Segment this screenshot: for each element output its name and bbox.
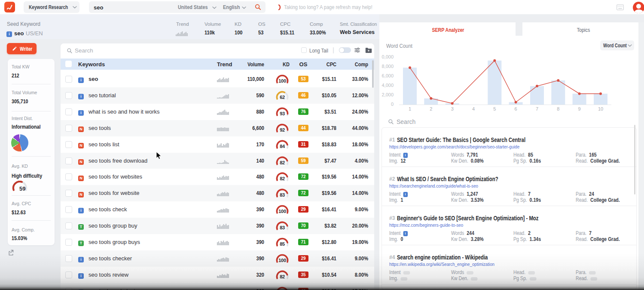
svg-text:6,000: 6,000: [382, 73, 394, 78]
svg-text:2,000: 2,000: [382, 92, 394, 97]
svg-text:1: 1: [409, 106, 411, 111]
svg-text:8: 8: [557, 106, 559, 111]
svg-text:3: 3: [451, 106, 454, 111]
svg-text:6: 6: [515, 106, 517, 111]
svg-text:9: 9: [578, 106, 581, 111]
svg-text:0: 0: [391, 102, 394, 107]
svg-text:5: 5: [493, 106, 496, 111]
svg-text:4: 4: [472, 106, 475, 111]
svg-text:2: 2: [430, 106, 432, 111]
svg-text:10: 10: [598, 106, 603, 111]
svg-text:8,000: 8,000: [382, 64, 394, 69]
svg-text:4,000: 4,000: [382, 83, 394, 88]
svg-text:0,000: 0,000: [382, 54, 394, 59]
svg-text:7: 7: [536, 106, 538, 111]
